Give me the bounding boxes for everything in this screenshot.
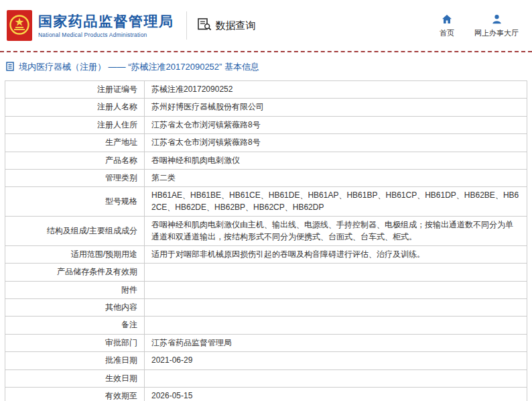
registration-detail-table: 注册证编号苏械注准20172090252注册人名称苏州好博医疗器械股份有限公司注… <box>5 80 527 401</box>
field-value <box>145 281 527 298</box>
table-row: 管理类别第二类 <box>5 169 527 186</box>
field-value: 适用于对咽部非机械原因损伤引起的吞咽及构音障碍进行评估、治疗及训练。 <box>145 245 527 263</box>
data-query-nav[interactable]: 数据查询 <box>198 18 256 33</box>
detail-table-body: 注册证编号苏械注准20172090252注册人名称苏州好博医疗器械股份有限公司注… <box>5 81 527 401</box>
document-icon <box>5 62 15 73</box>
org-name-cn: 国家药品监督管理局 <box>38 13 174 30</box>
field-value: 江苏省药品监督管理局 <box>145 334 527 351</box>
field-label: 产品储存条件及有效期 <box>5 264 145 281</box>
table-row: 适用范围/预期用途适用于对咽部非机械原因损伤引起的吞咽及构音障碍进行评估、治疗及… <box>5 245 527 263</box>
field-value: 2021-06-29 <box>145 352 527 369</box>
field-label: 注册证编号 <box>5 81 145 99</box>
table-row: 有效期至2026-05-15 <box>5 388 527 401</box>
field-label: 结构及组成/主要组成成分 <box>5 217 145 246</box>
field-label: 产品名称 <box>5 152 145 169</box>
field-value: 苏州好博医疗器械股份有限公司 <box>145 99 527 116</box>
table-row: 附件 <box>5 281 527 298</box>
field-value: 江苏省太仓市浏河镇紫薇路8号 <box>145 134 527 152</box>
data-query-label: 数据查询 <box>216 19 256 32</box>
breadcrumb: 境内医疗器械（注册） —— “苏械注准20172090252” 基本信息 <box>0 52 532 80</box>
field-label: 管理类别 <box>5 169 145 186</box>
field-label: 生效日期 <box>5 369 145 387</box>
nav-service-hall-label: 网上办事大厅 <box>474 28 519 38</box>
header-right-nav: 首页 网上办事大厅 <box>440 13 519 38</box>
table-row: 型号规格HB61AE、HB61BE、HB61CE、HB61DE、HB61AP、H… <box>5 187 527 217</box>
field-label: 审批部门 <box>5 334 145 351</box>
field-label: 其他内容 <box>5 299 145 317</box>
table-row: 产品储存条件及有效期 <box>5 264 527 281</box>
nav-service-hall[interactable]: 网上办事大厅 <box>474 14 519 38</box>
page-title: 境内医疗器械（注册） —— “苏械注准20172090252” 基本信息 <box>19 61 259 73</box>
field-label: 型号规格 <box>5 187 145 217</box>
table-row: 注册人住所江苏省太仓市浏河镇紫薇路8号 <box>5 116 527 133</box>
field-value <box>145 317 527 334</box>
table-row: 其他内容 <box>5 299 527 317</box>
field-value: HB61AE、HB61BE、HB61CE、HB61DE、HB61AP、HB61B… <box>145 187 527 217</box>
field-value: 苏械注准20172090252 <box>145 81 527 99</box>
field-label: 注册人住所 <box>5 116 145 133</box>
field-value: 吞咽神经和肌肉电刺激仪由主机、输出线、电源线、手持控制器、电极组成；按输出通道数… <box>145 217 527 246</box>
table-row: 注册人名称苏州好博医疗器械股份有限公司 <box>5 99 527 116</box>
table-row: 备注 <box>5 317 527 334</box>
document-search-icon <box>198 18 212 33</box>
national-emblem-icon <box>7 10 32 41</box>
table-row: 审批部门江苏省药品监督管理局 <box>5 334 527 351</box>
field-label: 生产地址 <box>5 134 145 152</box>
field-label: 有效期至 <box>5 388 145 401</box>
field-label: 备注 <box>5 317 145 334</box>
field-label: 批准日期 <box>5 352 145 369</box>
site-header: 国家药品监督管理局 National Medical Products Admi… <box>0 0 532 51</box>
table-row: 批准日期2021-06-29 <box>5 352 527 369</box>
table-row: 产品名称吞咽神经和肌肉电刺激仪 <box>5 152 527 169</box>
user-icon <box>492 14 502 25</box>
field-label: 附件 <box>5 281 145 298</box>
table-row: 生效日期 <box>5 369 527 387</box>
nav-home[interactable]: 首页 <box>440 14 454 38</box>
field-value: 江苏省太仓市浏河镇紫薇路8号 <box>145 116 527 133</box>
field-label: 适用范围/预期用途 <box>5 245 145 263</box>
nav-home-label: 首页 <box>440 28 454 38</box>
field-value <box>145 369 527 387</box>
nmpa-logo-home-link[interactable]: 国家药品监督管理局 National Medical Products Admi… <box>7 10 174 41</box>
header-vertical-divider <box>186 11 187 40</box>
field-label: 注册人名称 <box>5 99 145 116</box>
field-value <box>145 264 527 281</box>
field-value: 第二类 <box>145 169 527 186</box>
table-row: 生产地址江苏省太仓市浏河镇紫薇路8号 <box>5 134 527 152</box>
field-value <box>145 299 527 317</box>
home-icon <box>442 14 452 25</box>
table-row: 注册证编号苏械注准20172090252 <box>5 81 527 99</box>
org-name-en: National Medical Products Administration <box>38 32 174 38</box>
table-row: 结构及组成/主要组成成分吞咽神经和肌肉电刺激仪由主机、输出线、电源线、手持控制器… <box>5 217 527 246</box>
field-value: 吞咽神经和肌肉电刺激仪 <box>145 152 527 169</box>
field-value: 2026-05-15 <box>145 388 527 401</box>
